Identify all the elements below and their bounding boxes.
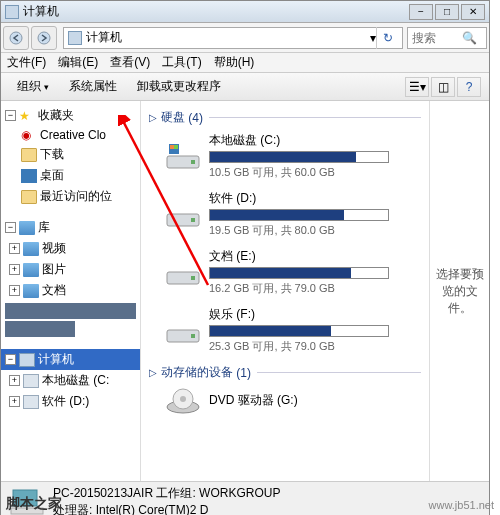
obscured-region [5, 321, 75, 337]
creative-cloud-icon: ◉ [21, 128, 37, 142]
group-hard-disks[interactable]: 硬盘 (4) [149, 109, 421, 126]
address-text: 计算机 [86, 29, 122, 46]
drive-dvd[interactable]: DVD 驱动器 (G:) [165, 387, 421, 415]
svg-point-0 [10, 32, 22, 44]
menu-bar: 文件(F) 编辑(E) 查看(V) 工具(T) 帮助(H) [1, 53, 489, 73]
drive-name: 软件 (D:) [209, 190, 421, 207]
menu-edit[interactable]: 编辑(E) [58, 54, 98, 71]
preview-text: 选择要预览的文件。 [434, 266, 485, 317]
content-area: −★收藏夹 ◉Creative Clo 下载 桌面 最近访问的位 −库 +视频 … [1, 101, 489, 481]
main-pane: 硬盘 (4) 本地磁盘 (C:) 10.5 GB 可用, 共 60.0 GB 软… [141, 101, 429, 481]
tree-item[interactable]: +文档 [1, 280, 140, 301]
libraries-icon [19, 221, 35, 235]
window-title: 计算机 [23, 3, 409, 20]
help-button[interactable]: ? [457, 77, 481, 97]
tree-item[interactable]: +本地磁盘 (C: [1, 370, 140, 391]
expand-icon[interactable]: + [9, 243, 20, 254]
drive-name: 娱乐 (F:) [209, 306, 421, 323]
drive-name: 本地磁盘 (C:) [209, 132, 421, 149]
search-icon[interactable]: 🔍 [462, 31, 477, 45]
menu-tools[interactable]: 工具(T) [162, 54, 201, 71]
drive-stats: 16.2 GB 可用, 共 79.0 GB [209, 281, 421, 296]
tree-item[interactable]: 下载 [1, 144, 140, 165]
forward-button[interactable] [31, 26, 57, 50]
tree-computer[interactable]: −计算机 [1, 349, 140, 370]
drive-item[interactable]: 本地磁盘 (C:) 10.5 GB 可用, 共 60.0 GB [165, 132, 421, 180]
drive-item[interactable]: 文档 (E:) 16.2 GB 可用, 共 79.0 GB [165, 248, 421, 296]
view-options-button[interactable]: ☰▾ [405, 77, 429, 97]
videos-icon [23, 242, 39, 256]
usage-bar [209, 325, 389, 337]
group-removable[interactable]: 动存储的设备 (1) [149, 364, 421, 381]
desktop-icon [21, 169, 37, 183]
status-line2: 处理器: Intel(R) Core(TM)2 D [53, 502, 280, 516]
drive-name: 文档 (E:) [209, 248, 421, 265]
tree-item[interactable]: ◉Creative Clo [1, 126, 140, 144]
usage-bar [209, 209, 389, 221]
svg-point-15 [180, 396, 186, 402]
tree-libraries[interactable]: −库 [1, 217, 140, 238]
dvd-drive-icon [165, 387, 201, 415]
status-bar: PC-20150213JAIR 工作组: WORKGROUP 处理器: Inte… [1, 481, 489, 515]
pictures-icon [23, 263, 39, 277]
status-line1: PC-20150213JAIR 工作组: WORKGROUP [53, 485, 280, 502]
drive-stats: 10.5 GB 可用, 共 60.0 GB [209, 165, 421, 180]
expand-icon[interactable]: + [9, 285, 20, 296]
usage-bar [209, 267, 389, 279]
svg-rect-8 [191, 218, 195, 222]
tree-item[interactable]: +软件 (D:) [1, 391, 140, 412]
svg-rect-5 [170, 145, 174, 149]
expand-icon[interactable]: + [9, 264, 20, 275]
drive-icon [23, 374, 39, 388]
svg-point-1 [38, 32, 50, 44]
svg-rect-6 [174, 145, 178, 149]
back-button[interactable] [3, 26, 29, 50]
command-bar: 组织 系统属性 卸载或更改程序 ☰▾ ◫ ? [1, 73, 489, 101]
downloads-icon [21, 148, 37, 162]
collapse-icon[interactable]: − [5, 354, 16, 365]
collapse-icon[interactable]: − [5, 222, 16, 233]
usage-bar [209, 151, 389, 163]
documents-icon [23, 284, 39, 298]
expand-icon[interactable]: + [9, 375, 20, 386]
titlebar[interactable]: 计算机 − □ ✕ [1, 1, 489, 23]
drive-item[interactable]: 软件 (D:) 19.5 GB 可用, 共 80.0 GB [165, 190, 421, 238]
hard-drive-icon [165, 316, 201, 344]
drive-stats: 19.5 GB 可用, 共 80.0 GB [209, 223, 421, 238]
menu-view[interactable]: 查看(V) [110, 54, 150, 71]
computer-icon [19, 353, 35, 367]
drive-name: DVD 驱动器 (G:) [209, 392, 421, 409]
system-properties-button[interactable]: 系统属性 [61, 76, 125, 97]
tree-item[interactable]: 最近访问的位 [1, 186, 140, 207]
tree-item[interactable]: +视频 [1, 238, 140, 259]
expand-icon[interactable]: + [9, 396, 20, 407]
uninstall-button[interactable]: 卸载或更改程序 [129, 76, 229, 97]
organize-button[interactable]: 组织 [9, 76, 57, 97]
close-button[interactable]: ✕ [461, 4, 485, 20]
svg-rect-10 [191, 276, 195, 280]
tree-item[interactable]: 桌面 [1, 165, 140, 186]
drive-item[interactable]: 娱乐 (F:) 25.3 GB 可用, 共 79.0 GB [165, 306, 421, 354]
nav-toolbar: 计算机 ▾ ↻ 🔍 [1, 23, 489, 53]
recent-icon [21, 190, 37, 204]
address-bar[interactable]: 计算机 ▾ ↻ [63, 27, 403, 49]
search-input[interactable] [412, 31, 462, 45]
tree-item[interactable]: +图片 [1, 259, 140, 280]
star-icon: ★ [19, 109, 35, 123]
nav-tree: −★收藏夹 ◉Creative Clo 下载 桌面 最近访问的位 −库 +视频 … [1, 101, 141, 481]
svg-rect-3 [191, 160, 195, 164]
site-logo: 脚本之家 [6, 495, 62, 513]
menu-help[interactable]: 帮助(H) [214, 54, 255, 71]
hard-drive-icon [165, 200, 201, 228]
hard-drive-icon [165, 142, 201, 170]
search-box[interactable]: 🔍 [407, 27, 487, 49]
tree-favorites[interactable]: −★收藏夹 [1, 105, 140, 126]
collapse-icon[interactable]: − [5, 110, 16, 121]
minimize-button[interactable]: − [409, 4, 433, 20]
drive-stats: 25.3 GB 可用, 共 79.0 GB [209, 339, 421, 354]
maximize-button[interactable]: □ [435, 4, 459, 20]
refresh-button[interactable]: ↻ [376, 27, 398, 49]
obscured-region [5, 303, 136, 319]
menu-file[interactable]: 文件(F) [7, 54, 46, 71]
preview-pane-button[interactable]: ◫ [431, 77, 455, 97]
